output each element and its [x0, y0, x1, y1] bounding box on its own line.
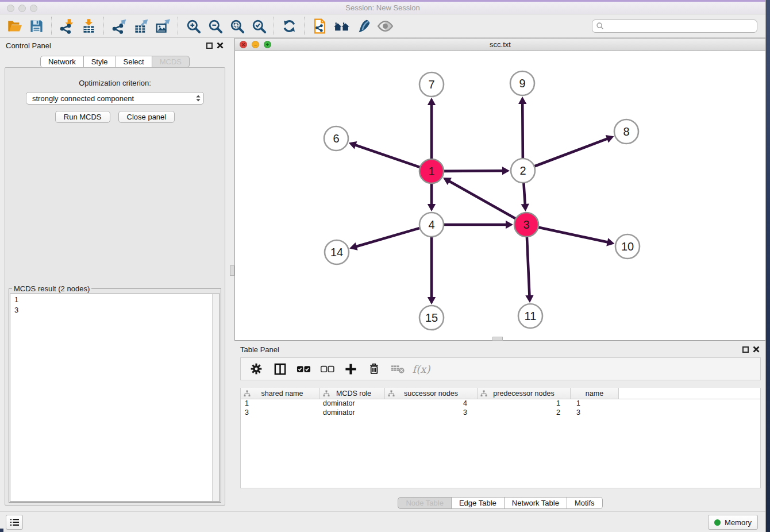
show-panels-button[interactable] [6, 515, 23, 530]
mcds-panel-body: Optimization criterion: strongly connect… [5, 67, 225, 506]
zoom-selected-button[interactable] [248, 16, 270, 36]
table-settings-button[interactable] [249, 361, 264, 376]
node-8[interactable]: 8 [614, 119, 638, 144]
cell-predecessor-nodes[interactable]: 1 [478, 399, 571, 408]
close-table-panel-icon[interactable] [752, 345, 760, 353]
close-panel-icon[interactable] [216, 41, 224, 49]
style-tool-button[interactable] [352, 16, 374, 36]
gear-icon [250, 363, 263, 375]
share-document-button[interactable] [309, 16, 330, 36]
deselect-all-button[interactable] [319, 361, 334, 376]
zoom-fit-button[interactable] [226, 16, 248, 36]
cell-successor-nodes[interactable]: 4 [385, 399, 478, 408]
edge-3-11[interactable] [525, 237, 533, 303]
node-11[interactable]: 11 [518, 304, 542, 328]
edge-1-7[interactable] [428, 98, 436, 159]
svg-text:15: 15 [425, 311, 438, 324]
edge-4-3[interactable] [444, 221, 513, 229]
node-6[interactable]: 6 [324, 126, 348, 151]
node-1[interactable]: 1 [419, 159, 444, 183]
edge-1-4[interactable] [428, 184, 436, 211]
vertical-splitter-grip[interactable] [230, 265, 234, 276]
cell-shared-name[interactable]: 3 [241, 408, 320, 418]
tab-style[interactable]: Style [83, 56, 116, 68]
memory-button[interactable]: Memory [708, 515, 758, 530]
edge-1-2[interactable] [444, 167, 510, 175]
column-header-predecessor-nodes[interactable]: predecessor nodes [478, 388, 571, 399]
svg-text:1: 1 [428, 165, 434, 178]
horizontal-splitter-grip[interactable] [492, 337, 503, 341]
refresh-button[interactable] [278, 16, 300, 36]
network-view-window: ✕ – + scc.txt 7968124314101511 [234, 38, 766, 341]
edge-1-6[interactable] [349, 141, 419, 167]
home-button[interactable] [330, 16, 352, 36]
export-image-icon [155, 18, 171, 34]
export-image-button[interactable] [152, 16, 174, 36]
window-title: Session: New Session [0, 3, 765, 12]
node-10[interactable]: 10 [615, 234, 640, 259]
edge-3-10[interactable] [539, 228, 615, 246]
node-2[interactable]: 2 [511, 159, 535, 183]
select-all-button[interactable] [296, 361, 311, 376]
cell-mcds-role[interactable]: dominator [320, 408, 385, 418]
edge-2-9[interactable] [518, 97, 526, 158]
edge-2-3[interactable] [521, 183, 529, 211]
column-header-successor-nodes[interactable]: successor nodes [385, 388, 478, 399]
run-mcds-button[interactable]: Run MCDS [55, 111, 110, 123]
function-builder-button: f(x) [414, 361, 429, 376]
edge-2-8[interactable] [535, 135, 614, 166]
control-panel: Control Panel Network Style Select MCDS … [0, 38, 230, 511]
mcds-result-list[interactable]: 1 3 [10, 294, 220, 502]
node-14[interactable]: 14 [325, 240, 349, 264]
export-table-button[interactable] [130, 16, 152, 36]
column-header-name[interactable]: name [571, 388, 619, 399]
edge-3-1[interactable] [443, 178, 515, 218]
edge-4-14[interactable] [349, 228, 419, 250]
column-type-icon [244, 390, 251, 397]
cell-predecessor-nodes[interactable]: 2 [478, 408, 571, 418]
save-session-button[interactable] [25, 16, 47, 36]
delete-table-icon [391, 364, 405, 374]
node-9[interactable]: 9 [510, 71, 534, 95]
column-header-shared-name[interactable]: shared name [241, 388, 320, 399]
result-scrollbar[interactable] [212, 294, 220, 501]
tab-select[interactable]: Select [116, 56, 152, 68]
show-columns-button[interactable] [272, 361, 287, 376]
node-7[interactable]: 7 [419, 72, 444, 97]
select-all-icon [297, 364, 311, 374]
hide-tool-button[interactable] [374, 16, 396, 36]
float-panel-icon[interactable] [206, 43, 213, 49]
open-session-button[interactable] [3, 16, 25, 36]
cell-shared-name[interactable]: 1 [241, 399, 320, 408]
delete-column-button[interactable] [367, 361, 382, 376]
close-panel-button[interactable]: Close panel [118, 111, 175, 123]
export-network-button[interactable] [108, 16, 130, 36]
optimization-criterion-label: Optimization criterion: [5, 79, 225, 87]
create-column-button[interactable] [343, 361, 358, 376]
criterion-select[interactable]: strongly connected component [26, 92, 204, 105]
node-3[interactable]: 3 [514, 213, 538, 237]
mcds-result-legend: MCDS result (2 nodes) [12, 284, 91, 293]
search-input[interactable] [605, 21, 757, 32]
node-15[interactable]: 15 [419, 306, 444, 330]
tab-node-table[interactable]: Node Table [398, 497, 452, 509]
network-canvas[interactable]: 7968124314101511 [235, 51, 765, 340]
column-header-mcds-role[interactable]: MCDS role [320, 388, 385, 399]
cell-name[interactable]: 3 [571, 408, 619, 418]
edge-4-15[interactable] [428, 237, 436, 304]
import-network-button[interactable] [56, 16, 78, 36]
cell-mcds-role[interactable]: dominator [320, 399, 385, 408]
import-table-button[interactable] [78, 16, 99, 36]
zoom-in-button[interactable] [182, 16, 204, 36]
node-4[interactable]: 4 [419, 213, 444, 237]
float-table-panel-icon[interactable] [742, 346, 749, 353]
tab-network[interactable]: Network [40, 56, 84, 68]
tab-mcds[interactable]: MCDS [152, 56, 190, 68]
toolbar-separator [178, 17, 178, 35]
cell-name[interactable]: 1 [571, 399, 619, 408]
tab-edge-table[interactable]: Edge Table [451, 497, 505, 509]
cell-successor-nodes[interactable]: 3 [385, 408, 478, 418]
tab-motifs[interactable]: Motifs [567, 497, 603, 509]
tab-network-table[interactable]: Network Table [504, 497, 567, 509]
zoom-out-button[interactable] [204, 16, 226, 36]
